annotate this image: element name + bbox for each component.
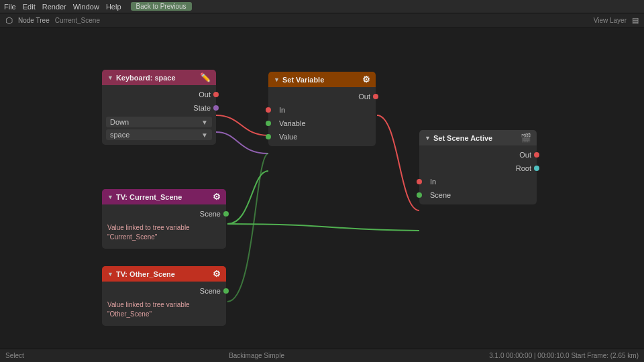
tv-other-scene-title: TV: Other_Scene [116,270,175,278]
keyboard-node: ▼ Keyboard: space ✏️ Out State Down ▼ sp… [102,70,216,145]
set-variable-node: ▼ Set Variable ⚙ Out In Variable Value [268,72,376,146]
set-scene-active-header: ▼ Set Scene Active 🎬 [419,130,537,145]
tv-current-scene-body: Scene Value linked to tree variable "Cur… [102,204,226,249]
sv-out-port: Out [268,90,376,103]
ssa-scene-label: Scene [430,191,451,199]
keyboard-state-label: State [193,104,211,112]
ssa-in-dot[interactable] [417,179,422,184]
sv-in-dot[interactable] [266,107,271,113]
editor-bar-right: View Layer ▤ [594,16,639,25]
status-right: 3.1.0 00:00:00 | 00:00:10.0 Start Frame:… [489,352,639,359]
editor-type-label: Node Tree [18,17,50,24]
view-layer-icon: ▤ [632,16,639,25]
ssa-out-port: Out [419,148,537,162]
sv-settings-icon: ⚙ [362,74,370,84]
set-scene-active-title: Set Scene Active [433,134,492,142]
tvc-settings-icon: ⚙ [213,192,221,202]
tvc-scene-label: Scene [200,210,221,218]
dropdown-arrow-2: ▼ [201,131,208,139]
tvo-collapse[interactable]: ▼ [107,271,113,278]
ssa-out-label: Out [519,151,531,159]
keyboard-space-value: space [110,131,129,139]
tv-current-scene-title: TV: Current_Scene [116,193,182,201]
tv-current-scene-header: ▼ TV: Current_Scene ⚙ [102,189,226,204]
ssa-root-label: Root [516,164,531,172]
ssa-in-port: In [419,175,537,188]
keyboard-out-dot[interactable] [213,92,219,97]
keyboard-state-port: State [102,101,216,115]
tvo-scene-dot[interactable] [223,288,229,294]
ssa-out-dot[interactable] [534,152,539,158]
dropdown-arrow-1: ▼ [201,119,208,126]
set-variable-body: Out In Variable Value [268,87,376,146]
node-canvas[interactable]: ▼ Keyboard: space ✏️ Out State Down ▼ sp… [0,28,644,349]
keyboard-space-dropdown[interactable]: space ▼ [106,129,212,140]
status-center: Backimage Simple [229,352,284,359]
sv-in-port: In [268,103,376,117]
keyboard-node-title: Keyboard: space [116,74,176,82]
menu-render[interactable]: Render [42,3,66,11]
keyboard-out-port: Out [102,88,216,101]
menu-edit[interactable]: Edit [23,3,36,11]
menu-window[interactable]: Window [73,3,99,11]
node-tree-icon: ⬡ [5,15,13,25]
tvo-scene-label: Scene [200,287,221,295]
sv-variable-label: Variable [279,119,306,127]
sv-variable-port: Variable [268,117,376,130]
tvo-scene-port: Scene [102,284,226,298]
tv-other-scene-node: ▼ TV: Other_Scene ⚙ Scene Value linked t… [102,266,226,326]
keyboard-down-dropdown[interactable]: Down ▼ [106,117,212,127]
set-scene-active-body: Out Root In Scene [419,145,537,204]
set-variable-header: ▼ Set Variable ⚙ [268,72,376,87]
keyboard-node-header: ▼ Keyboard: space ✏️ [102,70,216,85]
tvc-info-text: Value linked to tree variable "Current_S… [102,221,226,246]
keyboard-pencil-icon: ✏️ [200,72,211,82]
tvc-collapse[interactable]: ▼ [107,194,113,200]
sv-variable-dot[interactable] [266,121,271,126]
menu-bar: File Edit Render Window Help Back to Pre… [0,0,644,13]
ssa-scene-port: Scene [419,188,537,202]
menu-help[interactable]: Help [106,3,121,11]
sv-out-dot[interactable] [373,94,378,99]
editor-bar: ⬡ Node Tree Current_Scene View Layer ▤ [0,13,644,28]
status-left: Select [5,352,24,359]
back-button[interactable]: Back to Previous [131,2,192,11]
collapse-arrow[interactable]: ▼ [107,74,113,81]
tvo-info-text: Value linked to tree variable "Other_Sce… [102,298,226,323]
tvo-settings-icon: ⚙ [213,269,221,279]
ssa-collapse[interactable]: ▼ [425,135,431,141]
sv-value-dot[interactable] [266,134,271,139]
view-layer-label: View Layer [594,17,627,24]
ssa-scene-dot[interactable] [417,192,422,198]
sv-value-port: Value [268,130,376,143]
set-variable-title: Set Variable [282,76,324,84]
editor-bar-left: ⬡ Node Tree Current_Scene [5,15,100,25]
tvc-scene-port: Scene [102,207,226,221]
tv-other-scene-header: ▼ TV: Other_Scene ⚙ [102,266,226,282]
set-scene-active-node: ▼ Set Scene Active 🎬 Out Root In Scene [419,130,537,204]
keyboard-node-body: Out State Down ▼ space ▼ [102,85,216,145]
tvc-scene-dot[interactable] [223,211,229,217]
ssa-root-dot[interactable] [534,166,539,171]
keyboard-state-dot[interactable] [213,105,219,111]
sv-in-label: In [279,106,285,114]
status-bar: Select Backimage Simple 3.1.0 00:00:00 |… [0,349,644,362]
ssa-root-port: Root [419,162,537,175]
menu-file[interactable]: File [4,3,16,11]
keyboard-out-label: Out [199,90,211,99]
ssa-in-label: In [430,178,436,186]
sv-collapse[interactable]: ▼ [274,76,280,83]
tv-current-scene-node: ▼ TV: Current_Scene ⚙ Scene Value linked… [102,189,226,249]
keyboard-down-value: Down [110,118,129,126]
scene-name: Current_Scene [55,17,100,24]
sv-value-label: Value [279,133,297,141]
sv-out-label: Out [358,93,370,101]
ssa-icon: 🎬 [521,133,531,143]
tv-other-scene-body: Scene Value linked to tree variable "Oth… [102,282,226,326]
